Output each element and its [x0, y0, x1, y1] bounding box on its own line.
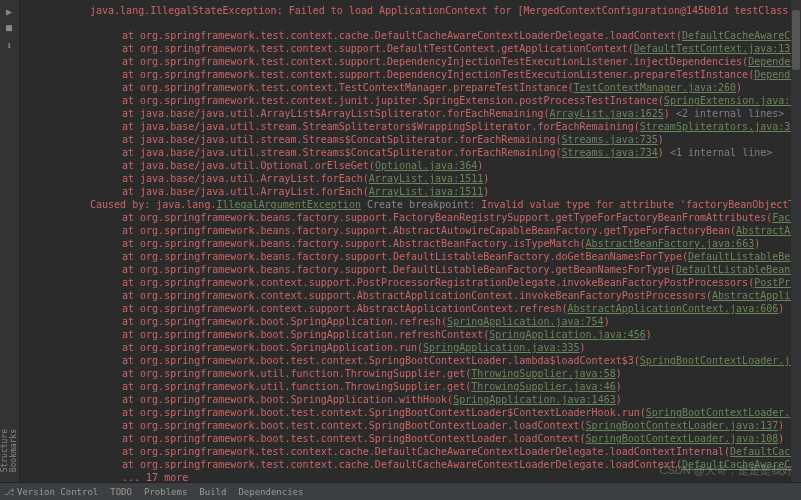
- scrollbar[interactable]: [791, 0, 801, 482]
- source-link[interactable]: TestContextManager.java:260: [574, 82, 737, 93]
- status-bar: Version Control TODO Problems Build Depe…: [0, 482, 801, 500]
- source-link[interactable]: SpringBootContextLoader.java:108: [586, 433, 779, 444]
- stack-frame: at org.springframework.util.function.Thr…: [90, 367, 801, 380]
- exception-link[interactable]: IllegalArgumentException: [216, 199, 361, 210]
- scroll-thumb[interactable]: [792, 10, 800, 70]
- stack-frame: at java.base/java.util.stream.Streams$Co…: [90, 133, 801, 146]
- branch-icon: [4, 487, 14, 497]
- stack-frame: at org.springframework.boot.test.context…: [90, 354, 801, 367]
- source-link[interactable]: SpringApplication.java:754: [447, 316, 604, 327]
- source-link[interactable]: StreamSpliterators.java:310: [640, 121, 801, 132]
- source-link[interactable]: SpringBootContextLoader.java:137: [640, 355, 801, 366]
- source-link[interactable]: AbstractApplicationContext.java:606: [568, 303, 779, 314]
- stack-frame: at java.base/java.util.ArrayList.forEach…: [90, 185, 801, 198]
- stack-frame: at org.springframework.beans.factory.sup…: [90, 263, 801, 276]
- down-icon[interactable]: ⬇: [3, 40, 15, 52]
- source-link[interactable]: SpringApplication.java:456: [489, 329, 646, 340]
- stack-frame: at org.springframework.context.support.P…: [90, 276, 801, 289]
- sb-build[interactable]: Build: [199, 487, 226, 497]
- stack-frame: at org.springframework.test.context.cach…: [90, 29, 801, 42]
- side-tabs: Structure Bookmarks: [0, 421, 20, 480]
- stack-frame: at org.springframework.boot.test.context…: [90, 419, 801, 432]
- stack-frame: at org.springframework.boot.test.context…: [90, 432, 801, 445]
- stack-frame: at org.springframework.test.context.juni…: [90, 94, 801, 107]
- stack-frame: at java.base/java.util.Optional.orElseGe…: [90, 159, 801, 172]
- exception-header: java.lang.IllegalStateException: Failed …: [90, 4, 801, 17]
- run-icon[interactable]: ▶: [3, 6, 15, 18]
- stack-frame: at org.springframework.beans.factory.sup…: [90, 250, 801, 263]
- source-link[interactable]: DefaultListableBeanFactory.java:534: [676, 264, 801, 275]
- stack-frame: at org.springframework.context.support.A…: [90, 302, 801, 315]
- tool-gutter: ▶ ■ ⬇ Structure Bookmarks: [0, 0, 20, 500]
- source-link[interactable]: ThrowingSupplier.java:58: [471, 368, 616, 379]
- source-link[interactable]: DefaultTestContext.java:130: [634, 43, 797, 54]
- source-link[interactable]: SpringBootContextLoader.java:553: [646, 407, 801, 418]
- console-output: java.lang.IllegalStateException: Failed …: [20, 0, 801, 482]
- stack-frame: at org.springframework.boot.SpringApplic…: [90, 328, 801, 341]
- stack-frame: at org.springframework.boot.SpringApplic…: [90, 315, 801, 328]
- watermark: CSDN @大哥，是是是我好: [660, 463, 793, 478]
- stack-frame: at org.springframework.boot.test.context…: [90, 406, 801, 419]
- source-link[interactable]: Streams.java:734: [562, 147, 658, 158]
- tab-bookmarks[interactable]: Bookmarks: [9, 429, 18, 472]
- stack-frame: at org.springframework.test.context.supp…: [90, 68, 801, 81]
- source-link[interactable]: ArrayList.java:1625: [549, 108, 663, 119]
- tab-structure[interactable]: Structure: [0, 429, 9, 472]
- source-link[interactable]: ArrayList.java:1511: [369, 173, 483, 184]
- stack-frame: at java.base/java.util.stream.Streams$Co…: [90, 146, 801, 159]
- source-link[interactable]: AbstractApplicationContext.java:788: [712, 290, 801, 301]
- sb-version-control[interactable]: Version Control: [4, 487, 98, 497]
- sb-dependencies[interactable]: Dependencies: [238, 487, 303, 497]
- stack-frame: at org.springframework.util.function.Thr…: [90, 380, 801, 393]
- source-link[interactable]: ThrowingSupplier.java:46: [471, 381, 616, 392]
- source-link[interactable]: ArrayList.java:1511: [369, 186, 483, 197]
- source-link[interactable]: SpringApplication.java:1463: [453, 394, 616, 405]
- stack-frame: at java.base/java.util.ArrayList$ArrayLi…: [90, 107, 801, 120]
- stack-frame: at java.base/java.util.ArrayList.forEach…: [90, 172, 801, 185]
- stack-frame: at org.springframework.beans.factory.sup…: [90, 237, 801, 250]
- source-link[interactable]: SpringExtension.java:163: [664, 95, 801, 106]
- stack-frame: at org.springframework.beans.factory.sup…: [90, 211, 801, 224]
- source-link[interactable]: SpringBootContextLoader.java:137: [586, 420, 779, 431]
- sb-todo[interactable]: TODO: [110, 487, 132, 497]
- create-breakpoint[interactable]: Create breakpoint: [367, 199, 469, 210]
- stack-frame: at org.springframework.test.context.supp…: [90, 55, 801, 68]
- source-link[interactable]: DefaultCacheAwareContextLoaderDelegate.j…: [682, 30, 801, 41]
- stack-frame: at java.base/java.util.stream.StreamSpli…: [90, 120, 801, 133]
- source-link[interactable]: AbstractBeanFactory.java:663: [586, 238, 755, 249]
- stack-frame: at org.springframework.test.context.cach…: [90, 445, 801, 458]
- stack-frame: at org.springframework.beans.factory.sup…: [90, 224, 801, 237]
- stack-frame: at org.springframework.context.support.A…: [90, 289, 801, 302]
- sb-problems[interactable]: Problems: [144, 487, 187, 497]
- stack-frame: at org.springframework.boot.SpringApplic…: [90, 393, 801, 406]
- source-link[interactable]: SpringApplication.java:335: [423, 342, 580, 353]
- stop-icon[interactable]: ■: [3, 22, 15, 34]
- stack-frame: at org.springframework.test.context.supp…: [90, 42, 801, 55]
- source-link[interactable]: Optional.java:364: [375, 160, 477, 171]
- caused-by-line: Caused by: java.lang.IllegalArgumentExce…: [90, 198, 801, 211]
- stack-frame: at org.springframework.test.context.Test…: [90, 81, 801, 94]
- stack-frame: at org.springframework.boot.SpringApplic…: [90, 341, 801, 354]
- source-link[interactable]: Streams.java:735: [562, 134, 658, 145]
- source-link[interactable]: DefaultListableBeanFactory.java:575: [688, 251, 801, 262]
